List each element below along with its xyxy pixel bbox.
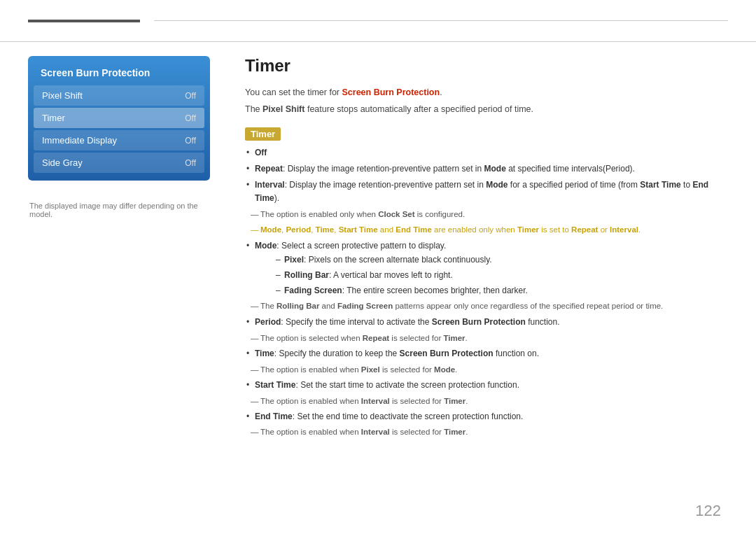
top-bar-dark-line [28,20,140,22]
menu-item-pixel-shift[interactable]: Pixel Shift Off [34,85,204,106]
timer-value: Off [185,113,196,123]
menu-item-immediate-display[interactable]: Immediate Display Off [34,130,204,150]
note-end-time: The option is enabled when Interval is s… [245,426,728,439]
dash-pixel: Pixel: Pixels on the screen alternate bl… [276,253,728,267]
timer-label: Timer [42,113,65,123]
note-mode-period: Mode, Period, Time, Start Time and End T… [245,223,728,237]
top-bar-light-line [154,20,728,21]
side-gray-value: Off [185,158,196,168]
bullet-mode: Mode: Select a screen protective pattern… [245,239,728,297]
left-panel-note: The displayed image may differ depending… [28,202,210,218]
page-number: 122 [695,502,721,520]
main-content: Screen Burn Protection Pixel Shift Off T… [0,42,756,455]
pixel-shift-value: Off [185,91,196,101]
immediate-display-value: Off [185,136,196,146]
right-panel: Timer You can set the timer for Screen B… [231,56,728,441]
bullet-period: Period: Specify the time interval to act… [245,316,728,330]
note-time: The option is enabled when Pixel is sele… [245,363,728,377]
end-time-bullet-list: End Time: Set the end time to deactivate… [245,410,728,424]
bullet-start-time: Start Time: Set the start time to activa… [245,379,728,393]
menu-item-timer[interactable]: Timer Off [34,108,204,128]
dash-rolling-bar: Rolling Bar: A vertical bar moves left t… [276,269,728,283]
note-rolling-fading: The Rolling Bar and Fading Screen patter… [245,300,728,313]
content-body: Off Repeat: Display the image retention-… [245,146,728,439]
intro-text-1: You can set the timer for Screen Burn Pr… [245,85,728,99]
menu-box-title: Screen Burn Protection [34,62,204,85]
bullet-end-time: End Time: Set the end time to deactivate… [245,410,728,424]
pixel-shift-label: Pixel Shift [42,90,83,101]
bullet-repeat: Repeat: Display the image retention-prev… [245,162,728,176]
bullet-time: Time: Specify the duration to keep the S… [245,347,728,361]
note-start-time: The option is enabled when Interval is s… [245,395,728,408]
mode-bullet-list: Mode: Select a screen protective pattern… [245,239,728,297]
section-heading-timer: Timer [245,127,281,141]
intro-text-2: The Pixel Shift feature stops automatica… [245,102,728,116]
menu-box: Screen Burn Protection Pixel Shift Off T… [28,56,210,181]
note-period: The option is selected when Repeat is se… [245,332,728,345]
bullet-off: Off [245,146,728,160]
left-panel: Screen Burn Protection Pixel Shift Off T… [28,56,210,441]
bullet-interval: Interval: Display the image retention-pr… [245,178,728,206]
dash-list: Pixel: Pixels on the screen alternate bl… [255,253,728,297]
period-bullet-list: Period: Specify the time interval to act… [245,316,728,330]
start-time-bullet-list: Start Time: Set the start time to activa… [245,379,728,393]
screen-burn-link-1: Screen Burn Protection [342,87,440,97]
immediate-display-label: Immediate Display [42,135,117,146]
pixel-shift-ref: Pixel Shift [262,104,304,114]
page-title: Timer [245,56,728,76]
menu-item-side-gray[interactable]: Side Gray Off [34,153,204,173]
time-bullet-list: Time: Specify the duration to keep the S… [245,347,728,361]
note-clock-set: The option is enabled only when Clock Se… [245,208,728,221]
side-gray-label: Side Gray [42,157,83,168]
main-bullet-list: Off Repeat: Display the image retention-… [245,146,728,206]
top-bar [0,0,756,42]
dash-fading-screen: Fading Screen: The entire screen becomes… [276,284,728,298]
